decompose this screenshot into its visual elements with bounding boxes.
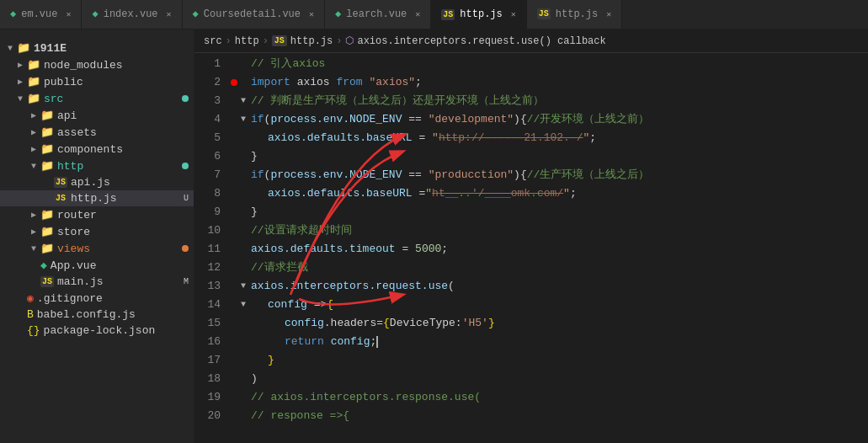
code-line-12: //请求拦截: [227, 259, 868, 277]
code-text-19: // axios.interceptors.response.use(: [251, 388, 868, 407]
sidebar-item--gitignore[interactable]: ◉.gitignore: [0, 290, 194, 307]
arrow-icon: ▶: [13, 60, 27, 70]
code-lines[interactable]: // 引入axiosimport axios from "axios";▼// …: [227, 53, 868, 443]
folder-icon: 📁: [27, 75, 40, 88]
js-file-icon: JS: [40, 276, 54, 287]
sidebar-item-http[interactable]: ▼📁http: [0, 157, 194, 174]
tab-close[interactable]: ✕: [66, 9, 71, 19]
tab-Coursedetail-vue-2[interactable]: ◆Coursedetail.vue✕: [183, 0, 325, 29]
tab-label: em.vue: [21, 8, 57, 20]
code-text-6: }: [251, 147, 868, 166]
code-line-18: ): [227, 370, 868, 388]
tab-em-vue-0[interactable]: ◆em.vue✕: [0, 0, 82, 29]
sidebar-item-App-vue[interactable]: ◆App.vue: [0, 257, 194, 274]
sidebar-item-node_modules[interactable]: ▶📁node_modules: [0, 56, 194, 73]
folder-icon: 📁: [40, 225, 54, 238]
line-number-19: 19: [194, 388, 221, 407]
tab-http-js-4[interactable]: JShttp.js✕: [431, 0, 526, 29]
tab-index-vue-1[interactable]: ◆index.vue✕: [82, 0, 182, 29]
sidebar-root[interactable]: ▼📁1911E: [0, 40, 194, 56]
code-line-20: // response =>{: [227, 407, 868, 425]
code-text-13: axios.interceptors.request.use(: [251, 277, 868, 296]
vue-file-icon: ◆: [40, 259, 47, 272]
json-icon: {}: [27, 324, 40, 337]
folder-icon: 📁: [40, 109, 54, 122]
sidebar-item-assets[interactable]: ▶📁assets: [0, 124, 194, 141]
sidebar-item-components[interactable]: ▶📁components: [0, 141, 194, 157]
item-label: router: [57, 209, 194, 222]
sidebar-item-public[interactable]: ▶📁public: [0, 73, 194, 90]
folder-icon: 📁: [27, 92, 40, 105]
item-label: public: [44, 76, 194, 88]
vue-icon: ◆: [193, 8, 199, 20]
code-container: 1234567891011121314151617181920 // 引入axi…: [194, 53, 868, 443]
sidebar-item-src[interactable]: ▼📁src: [0, 90, 194, 107]
editor-wrapper: src › http › JS http.js › ⬡ axios.interc…: [194, 29, 868, 443]
line-number-17: 17: [194, 351, 221, 370]
line-number-16: 16: [194, 333, 221, 351]
sidebar-item-views[interactable]: ▼📁views: [0, 240, 194, 257]
line-number-6: 6: [194, 147, 221, 166]
line-number-12: 12: [194, 259, 221, 277]
item-label: store: [57, 226, 194, 238]
tab-close[interactable]: ✕: [511, 9, 516, 19]
root-label: 1911E: [34, 42, 194, 55]
code-text-8: axios.defaults.baseURL ="ht__..'/____omk…: [251, 184, 868, 203]
tab-learch-vue-3[interactable]: ◆learch.vue✕: [325, 0, 431, 29]
tab-label: http.js: [460, 8, 502, 20]
code-line-2: import axios from "axios";: [227, 73, 868, 92]
sidebar-item-router[interactable]: ▶📁router: [0, 206, 194, 223]
sidebar-item-store[interactable]: ▶📁store: [0, 223, 194, 240]
sidebar-item-package-lock-json[interactable]: {}package-lock.json: [0, 323, 194, 339]
line-number-20: 20: [194, 407, 221, 425]
sidebar-item-main-js[interactable]: JSmain.jsM: [0, 274, 194, 290]
arrow-icon: ▶: [27, 210, 40, 220]
item-label: http: [57, 160, 182, 173]
item-label: App.vue: [51, 259, 194, 272]
file-badge: M: [184, 277, 189, 286]
editor-area[interactable]: 1234567891011121314151617181920 // 引入axi…: [194, 53, 868, 443]
sidebar-item-api-js[interactable]: JSapi.js: [0, 174, 194, 190]
tab-http-js-5[interactable]: JShttp.js✕: [527, 0, 622, 29]
line-number-15: 15: [194, 314, 221, 333]
item-label: main.js: [57, 275, 184, 288]
arrow-icon: ▼: [27, 244, 40, 254]
sidebar-item-api[interactable]: ▶📁api: [0, 107, 194, 124]
code-text-20: // response =>{: [251, 407, 868, 425]
tab-close[interactable]: ✕: [415, 9, 420, 19]
js-icon: JS: [537, 8, 551, 19]
vue-icon: ◆: [335, 8, 341, 20]
tab-close[interactable]: ✕: [167, 9, 172, 19]
code-text-12: //请求拦截: [251, 259, 868, 277]
code-line-19: // axios.interceptors.response.use(: [227, 388, 868, 407]
breadcrumb-src: src: [204, 35, 222, 47]
tab-label: learch.vue: [346, 8, 407, 20]
code-line-5: axios.defaults.baseURL = "http://------2…: [227, 129, 868, 147]
breadcrumb: src › http › JS http.js › ⬡ axios.interc…: [194, 29, 868, 53]
code-line-6: }: [227, 147, 868, 166]
breadcrumb-filename: http.js: [290, 35, 333, 47]
code-line-7: if(process.env.NODE_ENV == "producction"…: [227, 166, 868, 184]
sidebar: ▼📁1911E▶📁node_modules▶📁public▼📁src▶📁api▶…: [0, 29, 194, 443]
code-line-14: ▼config =>{: [227, 296, 868, 314]
tab-bar: ◆em.vue✕◆index.vue✕◆Coursedetail.vue✕◆le…: [0, 0, 868, 29]
code-text-7: if(process.env.NODE_ENV == "producction"…: [251, 166, 868, 184]
breadcrumb-js-icon: JS: [272, 35, 287, 46]
item-label: .gitignore: [37, 292, 194, 305]
tab-close[interactable]: ✕: [309, 9, 314, 19]
sidebar-item-http-js[interactable]: JShttp.jsU: [0, 190, 194, 206]
sidebar-item-babel-config-js[interactable]: Bbabel.config.js: [0, 307, 194, 323]
vue-icon: ◆: [92, 8, 98, 20]
code-text-17: }: [251, 351, 868, 370]
code-line-4: ▼if(process.env.NODE_ENV == "development…: [227, 110, 868, 129]
line-number-10: 10: [194, 222, 221, 240]
line-number-7: 7: [194, 166, 221, 184]
line-number-4: 4: [194, 110, 221, 129]
tab-close[interactable]: ✕: [606, 9, 611, 19]
code-line-1: // 引入axios: [227, 55, 868, 73]
line-number-3: 3: [194, 92, 221, 110]
line-number-2: 2: [194, 73, 221, 92]
folder-icon: 📁: [40, 142, 54, 156]
item-label: components: [57, 143, 194, 156]
arrow-icon: ▶: [27, 110, 40, 120]
